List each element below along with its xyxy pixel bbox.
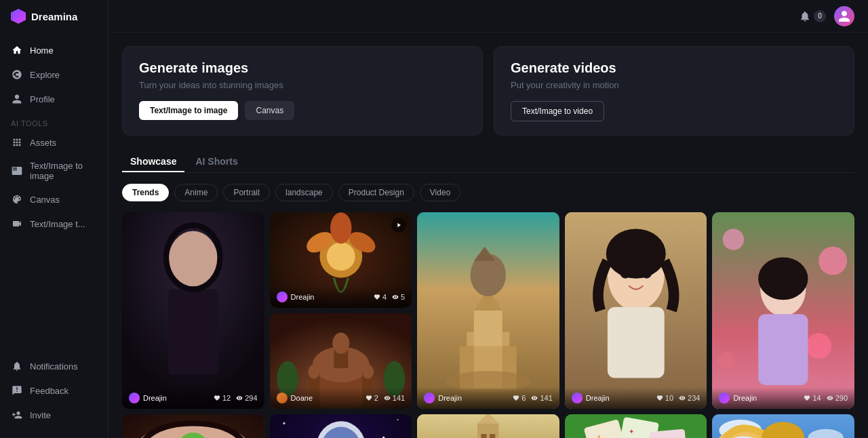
gallery-likes-5: 14 xyxy=(812,394,821,402)
generate-videos-buttons: Text/Image to video xyxy=(511,101,837,121)
sidebar-item-assets-label: Assets xyxy=(30,138,56,148)
gallery-grid: Dreajin 12 294 xyxy=(122,212,854,438)
gallery-likes-1: 12 xyxy=(222,394,231,402)
sidebar-item-notifications[interactable]: Notifications xyxy=(0,354,108,378)
gallery-user-1: Dreajin xyxy=(129,393,167,403)
sidebar-item-canvas[interactable]: Canvas xyxy=(0,187,108,212)
filter-anime[interactable]: Anime xyxy=(174,184,218,201)
gallery-stats-6: 2 141 xyxy=(366,394,405,402)
gallery-item-9[interactable]: Dreajin xyxy=(417,414,559,438)
svg-point-32 xyxy=(759,257,808,300)
gallery-user-5: Dreajin xyxy=(719,393,757,403)
topbar: 0 xyxy=(108,0,868,33)
text-to-video-button[interactable]: Text/Image to video xyxy=(511,101,604,121)
svg-point-28 xyxy=(806,334,832,359)
generate-images-title: Generate images xyxy=(139,60,466,76)
logo-text: Dreamina xyxy=(31,11,77,22)
gallery-views-6: 141 xyxy=(393,394,405,402)
sidebar-item-assets[interactable]: Assets xyxy=(0,130,108,155)
sidebar-item-home-label: Home xyxy=(30,45,54,56)
filter-product-design[interactable]: Product Design xyxy=(338,184,414,201)
gallery-user-2: Dreajin xyxy=(277,292,315,302)
svg-text:✦: ✦ xyxy=(629,428,634,435)
canvas-button[interactable]: Canvas xyxy=(245,101,294,120)
sidebar-item-text-video-label: Text/Image t... xyxy=(30,219,85,229)
gallery-item-10[interactable]: ✦ ✦ ✦ Dreajin xyxy=(565,414,707,438)
gallery-stats-4: 10 234 xyxy=(656,394,701,402)
logo-icon xyxy=(11,9,26,24)
tab-showcase[interactable]: Showcase xyxy=(122,152,184,172)
feedback-icon xyxy=(11,384,23,397)
gallery-username-1: Dreajin xyxy=(143,394,167,402)
filter-landscape[interactable]: landscape xyxy=(275,184,333,201)
gallery-avatar-4 xyxy=(572,393,583,403)
sidebar-item-invite[interactable]: Invite xyxy=(0,403,108,427)
sidebar-item-feedback[interactable]: Feedback xyxy=(0,378,108,403)
tab-ai-shorts[interactable]: AI Shorts xyxy=(187,152,245,172)
gallery-views-3: 141 xyxy=(540,394,552,402)
svg-point-6 xyxy=(326,242,355,271)
gallery-item-6[interactable]: Doane 2 141 xyxy=(270,313,412,409)
gallery-item-3[interactable]: Dreajin 6 141 xyxy=(417,212,559,409)
gallery-likes-4: 10 xyxy=(665,394,673,402)
svg-rect-63 xyxy=(490,434,495,438)
gallery-overlay-6: Doane 2 141 xyxy=(270,387,412,409)
filter-portrait[interactable]: Portrait xyxy=(223,184,270,201)
ai-tools-label: AI tools xyxy=(0,111,108,130)
gallery-views-1: 294 xyxy=(245,394,257,402)
gallery-item-5[interactable]: Dreajin 14 290 xyxy=(712,212,854,409)
gallery-user-6: Doane xyxy=(277,393,313,403)
sidebar-item-notifications-label: Notifications xyxy=(30,361,78,372)
svg-point-29 xyxy=(718,352,735,369)
svg-rect-62 xyxy=(481,434,487,438)
gallery-views-4: 234 xyxy=(688,394,700,402)
gallery-username-2: Dreajin xyxy=(291,293,315,301)
sidebar-item-feedback-label: Feedback xyxy=(30,386,68,396)
sidebar-item-explore[interactable]: Explore xyxy=(0,62,108,87)
sidebar-item-explore-label: Explore xyxy=(30,70,60,80)
svg-rect-12 xyxy=(474,311,502,346)
logo[interactable]: Dreamina xyxy=(0,0,108,33)
sidebar-item-text-video[interactable]: Text/Image t... xyxy=(0,212,108,236)
text-to-image-button[interactable]: Text/Image to image xyxy=(139,101,238,120)
assets-icon xyxy=(11,136,23,148)
gallery-item-2[interactable]: Dreajin 4 5 xyxy=(270,212,412,308)
sidebar-item-profile[interactable]: Profile xyxy=(0,87,108,111)
generate-images-buttons: Text/Image to image Canvas xyxy=(139,101,466,120)
gallery-overlay-2: Dreajin 4 5 xyxy=(270,286,412,308)
gallery-item-4[interactable]: Dreajin 10 234 xyxy=(565,212,707,409)
text-video-icon xyxy=(11,218,23,230)
gallery-stats-2: 4 5 xyxy=(374,293,405,301)
gallery-user-3: Dreajin xyxy=(424,393,462,403)
generate-videos-title: Generate videos xyxy=(511,60,837,76)
notifications-icon xyxy=(11,360,23,372)
sidebar-item-home[interactable]: Home xyxy=(0,38,108,62)
notification-badge[interactable]: 0 xyxy=(799,10,826,22)
gallery-item-11[interactable]: Dreajin xyxy=(712,414,854,438)
invite-icon xyxy=(11,409,23,421)
filter-trends[interactable]: Trends xyxy=(122,184,169,201)
sidebar-item-text-image[interactable]: Text/Image to image xyxy=(0,155,108,187)
gallery-item-8[interactable]: Dreajin xyxy=(270,414,412,438)
gallery-avatar-5 xyxy=(719,393,730,403)
generate-images-card: Generate images Turn your ideas into stu… xyxy=(122,46,483,136)
canvas-icon xyxy=(11,193,23,205)
svg-rect-31 xyxy=(759,314,808,385)
generate-videos-card: Generate videos Put your creativity in m… xyxy=(494,46,854,136)
gallery-views-5: 290 xyxy=(835,394,848,402)
gallery-username-3: Dreajin xyxy=(438,394,462,402)
gallery-item-1[interactable]: Dreajin 12 294 xyxy=(122,212,264,409)
sidebar-item-invite-label: Invite xyxy=(30,410,51,420)
svg-point-26 xyxy=(723,228,744,250)
main-content: 0 Generate images Turn your ideas into s… xyxy=(108,0,868,438)
feature-cards: Generate images Turn your ideas into stu… xyxy=(122,46,854,136)
svg-point-24 xyxy=(606,228,666,278)
svg-point-37 xyxy=(332,333,349,354)
gallery-username-5: Dreajin xyxy=(733,394,757,402)
notification-count: 0 xyxy=(814,10,826,22)
section-tabs: Showcase AI Shorts xyxy=(122,152,854,173)
sidebar-item-text-image-label: Text/Image to image xyxy=(30,161,97,181)
filter-video[interactable]: Video xyxy=(420,184,460,201)
user-avatar[interactable] xyxy=(834,6,854,26)
gallery-item-7[interactable]: Dreajin 0 30 xyxy=(122,414,264,438)
